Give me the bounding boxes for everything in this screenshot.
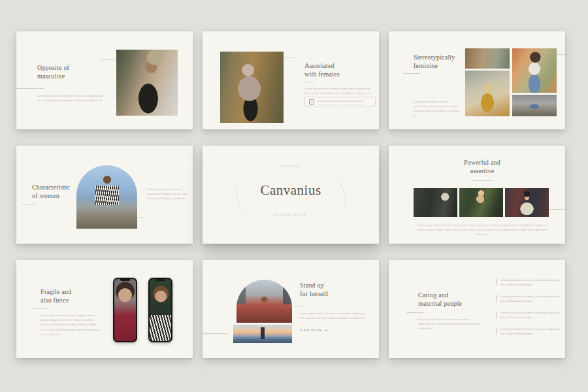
list-divider-bar xyxy=(497,327,497,335)
photo-woman-beanie-scarf xyxy=(505,188,549,217)
list-item-text: Lorem ipsum dolor sit amet, consectetur … xyxy=(500,327,563,336)
slide-title: Powerful and assertive xyxy=(389,159,576,175)
slide-title-line2: maternal people xyxy=(418,300,462,308)
slide-title-line1: Associated xyxy=(304,62,340,71)
slide-title-line2: also fierce xyxy=(41,297,71,305)
slide-title: Caring and maternal people xyxy=(418,291,462,308)
template-preview-canvas: Opposite of masculine Lorem ipsum dolor … xyxy=(0,0,588,392)
slide-body-text: Lorem ipsum dolor sit amet, consectetur … xyxy=(417,223,547,237)
slide-opposite-of-masculine[interactable]: Opposite of masculine Lorem ipsum dolor … xyxy=(16,31,193,129)
photo-arch-woman-city xyxy=(237,280,292,323)
slide-title-line2: with females xyxy=(304,71,340,79)
decorative-line xyxy=(304,82,315,82)
phone-mockup-right xyxy=(148,278,172,342)
slide-fragile-and-also-fierce[interactable]: Fragile and also fierce Lorem ipsum dolo… xyxy=(16,260,193,358)
arrow-right-icon: ⟶ xyxy=(324,329,328,332)
phone-screen xyxy=(150,279,171,341)
list-divider-bar xyxy=(497,278,497,286)
list-item: Lorem ipsum dolor sit amet, consectetur … xyxy=(497,310,563,319)
list-divider-bar xyxy=(497,311,497,318)
slide-title-line1: Caring and xyxy=(418,291,462,300)
slide-title-line2: assertive xyxy=(389,167,576,176)
checkbox-icon[interactable]: ✓ xyxy=(309,99,314,105)
photo-woman-beanie-bag xyxy=(116,50,178,116)
slide-title-line1: Powerful and xyxy=(389,159,576,167)
slide-stereotypically-feminine[interactable]: Stereotypically feminine Lorem ipsum dol… xyxy=(389,31,565,129)
list-item-text: Lorem ipsum dolor sit amet, consectetur … xyxy=(500,294,563,303)
slide-body-text: Lorem ipsum dolor sit amet, consectetur … xyxy=(147,187,188,201)
list-divider-bar xyxy=(497,295,497,302)
view-more-label: VIEW MORE xyxy=(300,329,322,332)
slide-title-line2: for herself xyxy=(300,290,329,299)
decorative-line xyxy=(406,312,425,313)
slide-title: Fragile and also fierce xyxy=(41,288,71,304)
decorative-line xyxy=(549,209,565,210)
slide-title: Associated with females xyxy=(304,62,340,78)
decorative-line xyxy=(472,180,492,181)
photo-woman-hijab-laptop xyxy=(220,52,284,123)
cover-kicker: FEMININ xyxy=(203,165,379,168)
slide-associated-with-females[interactable]: Associated with females Lorem ipsum dolo… xyxy=(203,31,379,129)
slide-title-line1: Stereotypically xyxy=(414,54,455,62)
decorative-line xyxy=(284,57,294,57)
decorative-line xyxy=(100,59,116,59)
slide-title-line1: Stand up xyxy=(300,282,329,290)
slide-body-text: Lorem ipsum dolor sit amet, consectetur … xyxy=(418,317,483,331)
slide-body-text: Lorem ipsum dolor sit amet, consectetur … xyxy=(300,311,368,320)
slide-characteristic-of-women[interactable]: Characteristic of women Lorem ipsum dolo… xyxy=(16,146,193,244)
slide-title: Stand up for herself xyxy=(300,282,329,298)
slide-title: Stereotypically feminine xyxy=(414,54,455,70)
list-item: Lorem ipsum dolor sit amet, consectetur … xyxy=(497,278,563,287)
list-item-text: Lorem ipsum dolor sit amet, consectetur … xyxy=(500,278,563,287)
photo-woman-platinum-hair xyxy=(414,188,457,217)
slide-title-line2: of women xyxy=(32,192,70,201)
photo-blonde-yellow-top xyxy=(465,71,510,116)
decorative-line xyxy=(137,218,146,218)
view-more-link[interactable]: VIEW MORE⟶ xyxy=(300,329,328,332)
slide-title-line2: feminine xyxy=(414,62,455,71)
slide-title: Opposite of masculine xyxy=(37,64,69,80)
slide-body-text: Lorem ipsum dolor sit amet, congue massa… xyxy=(41,313,103,336)
photo-sunset-beach-figure xyxy=(233,325,292,343)
slide-stand-up-for-herself[interactable]: Stand up for herself Lorem ipsum dolor s… xyxy=(203,260,379,358)
decorative-line xyxy=(16,88,44,89)
phone-mockup-left xyxy=(113,278,137,342)
list-item: Lorem ipsum dolor sit amet, consectetur … xyxy=(497,294,563,303)
phone-notch xyxy=(155,279,165,281)
phone-notch xyxy=(120,279,130,281)
cover-subtitle: PRESENTATION xyxy=(203,214,379,216)
phone-screen xyxy=(114,279,136,341)
decorative-line xyxy=(22,204,36,205)
checkbox-label: Lorem ipsum dolor sit amet, consectetur xyxy=(317,98,363,105)
decorative-line xyxy=(203,333,227,334)
slide-title: Characteristic of women xyxy=(32,184,70,200)
photo-two-women xyxy=(465,48,510,69)
decorative-line xyxy=(557,54,565,55)
photo-woman-red-top xyxy=(114,279,136,341)
decorative-line xyxy=(293,306,302,306)
photo-arch-woman-sea xyxy=(76,165,137,229)
cover-brand-title: Canvanius xyxy=(203,182,379,199)
photo-woman-striped-shirt xyxy=(150,279,171,341)
photo-woman-smiling-trees xyxy=(459,188,503,217)
slide-title-line2: masculine xyxy=(37,73,69,81)
slide-body-text: Lorem ipsum dolor sit amet, consectetur … xyxy=(37,93,106,103)
list-item-text: Lorem ipsum dolor sit amet, consectetur … xyxy=(500,310,563,319)
decorative-line xyxy=(33,308,49,309)
list-item: Lorem ipsum dolor sit amet, consectetur … xyxy=(497,327,563,336)
slide-cover-canvanius[interactable]: FEMININ Canvanius PRESENTATION xyxy=(203,146,379,244)
slide-title-line1: Fragile and xyxy=(41,288,71,297)
slide-powerful-and-assertive[interactable]: Powerful and assertive Lorem ipsum dolor… xyxy=(389,146,565,244)
photo-woman-white-tee xyxy=(512,48,557,93)
slide-title-line1: Characteristic xyxy=(32,184,70,192)
decorative-line xyxy=(403,73,420,74)
checkbox-row[interactable]: ✓ Lorem ipsum dolor sit amet, consectetu… xyxy=(304,97,376,106)
slide-caring-and-maternal-people[interactable]: Caring and maternal people Lorem ipsum d… xyxy=(389,260,565,358)
photo-woman-cathedral xyxy=(512,95,557,116)
slide-title-line1: Opposite of xyxy=(37,64,69,73)
slide-body-text: Lorem ipsum dolor sit amet, consectetur … xyxy=(414,99,461,118)
slide-body-text: Lorem ipsum dolor sit amet, consectetur … xyxy=(304,86,373,95)
